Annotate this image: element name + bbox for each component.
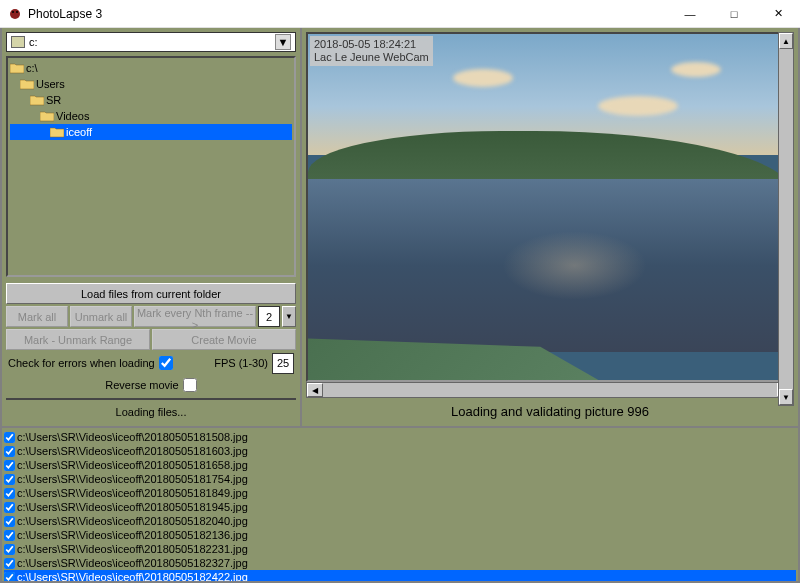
mark-nth-button[interactable]: Mark every Nth frame --> xyxy=(134,306,256,327)
file-row[interactable]: c:\Users\SR\Videos\iceoff\20180505182422… xyxy=(4,570,796,583)
left-status: Loading files... xyxy=(6,398,296,424)
scroll-down-icon[interactable]: ▼ xyxy=(779,389,793,405)
file-path: c:\Users\SR\Videos\iceoff\20180505182136… xyxy=(17,529,248,541)
create-movie-button[interactable]: Create Movie xyxy=(152,329,296,350)
close-button[interactable]: ✕ xyxy=(756,0,800,28)
file-checkbox[interactable] xyxy=(4,558,15,569)
window-titlebar: PhotoLapse 3 — □ ✕ xyxy=(0,0,800,28)
mark-range-button[interactable]: Mark - Unmark Range xyxy=(6,329,150,350)
preview-vscroll[interactable]: ▲ ▼ xyxy=(778,32,794,406)
folder-item[interactable]: SR xyxy=(10,92,292,108)
file-checkbox[interactable] xyxy=(4,488,15,499)
fps-input[interactable] xyxy=(272,353,294,374)
file-path: c:\Users\SR\Videos\iceoff\20180505182422… xyxy=(17,571,248,583)
file-path: c:\Users\SR\Videos\iceoff\20180505181658… xyxy=(17,459,248,471)
file-checkbox[interactable] xyxy=(4,432,15,443)
file-checkbox[interactable] xyxy=(4,446,15,457)
file-path: c:\Users\SR\Videos\iceoff\20180505181603… xyxy=(17,445,248,457)
file-checkbox[interactable] xyxy=(4,544,15,555)
file-checkbox[interactable] xyxy=(4,474,15,485)
scroll-left-icon[interactable]: ◀ xyxy=(307,383,323,397)
preview-timestamp: 2018-05-05 18:24:21 xyxy=(314,38,429,51)
folder-label: iceoff xyxy=(66,126,92,138)
file-path: c:\Users\SR\Videos\iceoff\20180505181508… xyxy=(17,431,248,443)
window-title: PhotoLapse 3 xyxy=(28,7,668,21)
folder-item[interactable]: Users xyxy=(10,76,292,92)
folder-item[interactable]: Videos xyxy=(10,108,292,124)
nth-dropdown-arrow[interactable]: ▼ xyxy=(282,306,296,327)
check-errors-checkbox[interactable] xyxy=(159,356,173,370)
preview-caption: Lac Le Jeune WebCam xyxy=(314,51,429,64)
folder-icon xyxy=(30,94,44,106)
folder-label: c:\ xyxy=(26,62,38,74)
image-preview: 2018-05-05 18:24:21 Lac Le Jeune WebCam xyxy=(306,32,794,382)
load-files-button[interactable]: Load files from current folder xyxy=(6,283,296,304)
folder-item[interactable]: iceoff xyxy=(10,124,292,140)
file-list[interactable]: c:\Users\SR\Videos\iceoff\20180505181508… xyxy=(0,428,800,583)
folder-item[interactable]: c:\ xyxy=(10,60,292,76)
drive-icon xyxy=(11,36,25,48)
file-row[interactable]: c:\Users\SR\Videos\iceoff\20180505182231… xyxy=(4,542,796,556)
file-row[interactable]: c:\Users\SR\Videos\iceoff\20180505181658… xyxy=(4,458,796,472)
app-icon xyxy=(8,7,22,21)
folder-label: Users xyxy=(36,78,65,90)
fps-label: FPS (1-30) xyxy=(214,357,268,369)
folder-tree[interactable]: c:\UsersSRVideosiceoff xyxy=(6,56,296,277)
folder-icon xyxy=(10,62,24,74)
svg-point-1 xyxy=(12,11,14,13)
right-status: Loading and validating picture 996 xyxy=(306,400,794,422)
right-panel: 2018-05-05 18:24:21 Lac Le Jeune WebCam … xyxy=(302,28,798,426)
left-panel: c: ▼ c:\UsersSRVideosiceoff Load files f… xyxy=(2,28,302,426)
controls-panel: Load files from current folder Mark all … xyxy=(2,281,300,426)
file-row[interactable]: c:\Users\SR\Videos\iceoff\20180505181849… xyxy=(4,486,796,500)
file-path: c:\Users\SR\Videos\iceoff\20180505182327… xyxy=(17,557,248,569)
reverse-movie-checkbox[interactable] xyxy=(183,378,197,392)
check-errors-label: Check for errors when loading xyxy=(8,357,155,369)
dropdown-arrow-icon: ▼ xyxy=(275,34,291,50)
folder-icon xyxy=(50,126,64,138)
drive-selected: c: xyxy=(29,36,38,48)
drive-dropdown[interactable]: c: ▼ xyxy=(6,32,296,52)
file-checkbox[interactable] xyxy=(4,460,15,471)
scroll-up-icon[interactable]: ▲ xyxy=(779,33,793,49)
mark-all-button[interactable]: Mark all xyxy=(6,306,68,327)
file-checkbox[interactable] xyxy=(4,530,15,541)
svg-point-2 xyxy=(16,11,18,13)
file-row[interactable]: c:\Users\SR\Videos\iceoff\20180505181508… xyxy=(4,430,796,444)
file-checkbox[interactable] xyxy=(4,516,15,527)
folder-icon xyxy=(20,78,34,90)
preview-hscroll[interactable]: ◀ ▶ xyxy=(306,382,794,398)
file-row[interactable]: c:\Users\SR\Videos\iceoff\20180505181754… xyxy=(4,472,796,486)
preview-overlay: 2018-05-05 18:24:21 Lac Le Jeune WebCam xyxy=(310,36,433,66)
file-checkbox[interactable] xyxy=(4,502,15,513)
folder-icon xyxy=(40,110,54,122)
file-row[interactable]: c:\Users\SR\Videos\iceoff\20180505181603… xyxy=(4,444,796,458)
file-path: c:\Users\SR\Videos\iceoff\20180505181754… xyxy=(17,473,248,485)
unmark-all-button[interactable]: Unmark all xyxy=(70,306,132,327)
file-row[interactable]: c:\Users\SR\Videos\iceoff\20180505182327… xyxy=(4,556,796,570)
file-row[interactable]: c:\Users\SR\Videos\iceoff\20180505181945… xyxy=(4,500,796,514)
maximize-button[interactable]: □ xyxy=(712,0,756,28)
file-row[interactable]: c:\Users\SR\Videos\iceoff\20180505182136… xyxy=(4,528,796,542)
nth-value-input[interactable] xyxy=(258,306,280,327)
folder-label: Videos xyxy=(56,110,89,122)
file-path: c:\Users\SR\Videos\iceoff\20180505181945… xyxy=(17,501,248,513)
svg-point-0 xyxy=(10,9,20,19)
reverse-movie-label: Reverse movie xyxy=(105,379,178,391)
file-checkbox[interactable] xyxy=(4,572,15,583)
file-row[interactable]: c:\Users\SR\Videos\iceoff\20180505182040… xyxy=(4,514,796,528)
file-path: c:\Users\SR\Videos\iceoff\20180505182231… xyxy=(17,543,248,555)
file-path: c:\Users\SR\Videos\iceoff\20180505181849… xyxy=(17,487,248,499)
minimize-button[interactable]: — xyxy=(668,0,712,28)
folder-label: SR xyxy=(46,94,61,106)
file-path: c:\Users\SR\Videos\iceoff\20180505182040… xyxy=(17,515,248,527)
